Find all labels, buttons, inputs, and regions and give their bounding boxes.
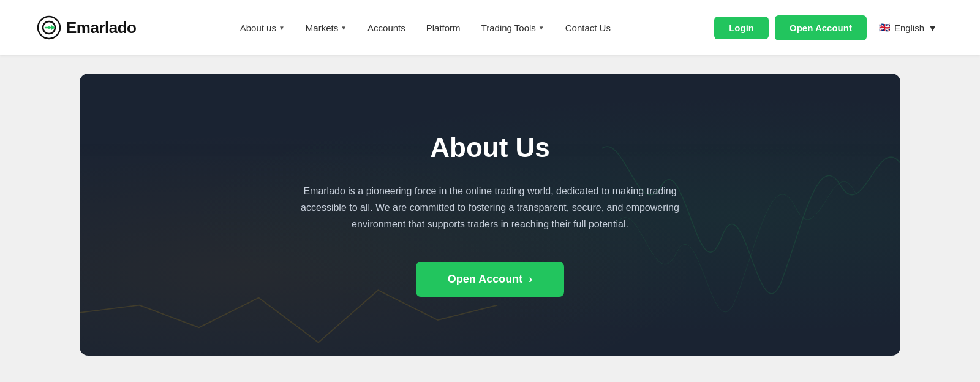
nav-item-platform[interactable]: Platform bbox=[418, 18, 469, 38]
hero-title: About Us bbox=[430, 132, 550, 163]
logo[interactable]: Emarlado bbox=[37, 15, 137, 40]
main-nav: About us ▼ Markets ▼ Accounts Platform T… bbox=[232, 18, 619, 38]
nav-actions: Login Open Account 🇬🇧 English ▼ bbox=[714, 15, 943, 40]
chevron-down-icon: ▼ bbox=[341, 25, 347, 31]
nav-item-contact-us[interactable]: Contact Us bbox=[557, 18, 619, 38]
chevron-down-icon: ▼ bbox=[279, 25, 285, 31]
nav-item-about-us[interactable]: About us ▼ bbox=[232, 18, 293, 38]
nav-item-markets[interactable]: Markets ▼ bbox=[297, 18, 355, 38]
arrow-right-icon: › bbox=[529, 273, 532, 286]
logo-icon bbox=[37, 15, 61, 40]
open-account-button-header[interactable]: Open Account bbox=[775, 15, 867, 40]
login-button[interactable]: Login bbox=[714, 17, 769, 39]
nav-item-accounts[interactable]: Accounts bbox=[359, 18, 414, 38]
hero-section: About Us Emarlado is a pioneering force … bbox=[80, 74, 900, 356]
flag-icon: 🇬🇧 bbox=[879, 22, 891, 33]
svg-point-4 bbox=[48, 26, 50, 29]
hero-description: Emarlado is a pioneering force in the on… bbox=[288, 183, 692, 233]
main-content: About Us Emarlado is a pioneering force … bbox=[0, 55, 980, 380]
logo-text: Emarlado bbox=[66, 18, 137, 37]
chevron-down-icon: ▼ bbox=[928, 23, 937, 33]
site-header: Emarlado About us ▼ Markets ▼ Accounts P… bbox=[0, 0, 980, 55]
nav-item-trading-tools[interactable]: Trading Tools ▼ bbox=[473, 18, 553, 38]
open-account-button-hero[interactable]: Open Account › bbox=[416, 262, 564, 297]
language-selector[interactable]: 🇬🇧 English ▼ bbox=[873, 17, 943, 38]
chevron-down-icon: ▼ bbox=[538, 25, 545, 31]
